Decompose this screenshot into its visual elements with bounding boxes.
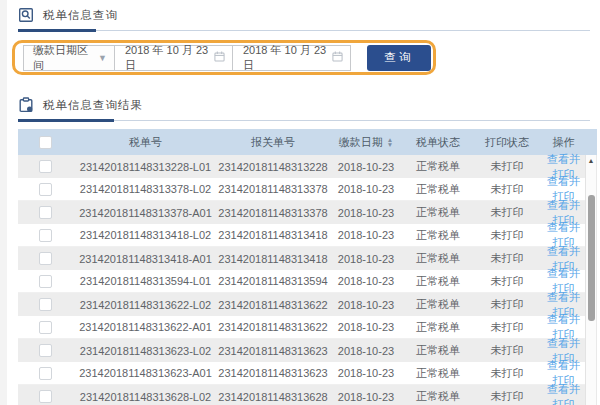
- row-status: 正常税单: [404, 159, 472, 174]
- table-row: 231420181148313418-A01 23142018114831341…: [18, 247, 597, 270]
- row-status: 正常税单: [404, 366, 472, 381]
- row-tax-no: 231420181148313623-L02: [73, 345, 218, 357]
- row-date: 2018-10-23: [328, 183, 404, 195]
- row-checkbox-cell: [18, 183, 73, 196]
- chevron-down-icon: ▼: [98, 53, 107, 63]
- search-bar-highlight: 缴款日期区间 ▼ 2018 年 10 月 23 日 2018 年 10 月 23…: [12, 40, 436, 75]
- row-date: 2018-10-23: [328, 367, 404, 379]
- header-checkbox-cell: [18, 136, 73, 149]
- date-type-select-value: 缴款日期区间: [33, 43, 98, 73]
- row-print-status: 未打印: [472, 205, 542, 220]
- table-row: 231420181148313623-L02 23142018114831362…: [18, 339, 597, 362]
- row-date: 2018-10-23: [328, 345, 404, 357]
- row-print-status: 未打印: [472, 389, 542, 404]
- query-section-title: 税单信息查询: [43, 8, 118, 23]
- row-checkbox[interactable]: [39, 344, 52, 357]
- column-header-print-status: 打印状态: [472, 135, 542, 150]
- row-date: 2018-10-23: [328, 253, 404, 265]
- row-tax-no: 231420181148313622-A01: [73, 321, 218, 333]
- row-checkbox[interactable]: [39, 390, 52, 403]
- row-decl-no: 231420181148313418: [218, 253, 328, 265]
- row-action-link[interactable]: 查看并打印: [547, 383, 580, 405]
- column-header-tax-no: 税单号: [73, 135, 218, 150]
- row-checkbox[interactable]: [39, 252, 52, 265]
- row-checkbox[interactable]: [39, 321, 52, 334]
- table-row: 231420181148313622-L02 23142018114831362…: [18, 293, 597, 316]
- row-date: 2018-10-23: [328, 207, 404, 219]
- query-section-divider: [18, 29, 590, 32]
- row-checkbox-cell: [18, 367, 73, 380]
- row-checkbox-cell: [18, 275, 73, 288]
- row-checkbox-cell: [18, 229, 73, 242]
- row-print-status: 未打印: [472, 320, 542, 335]
- row-decl-no: 231420181148313378: [218, 183, 328, 195]
- query-section-header: 税单信息查询: [18, 7, 597, 23]
- row-decl-no: 231420181148313623: [218, 345, 328, 357]
- row-status: 正常税单: [404, 205, 472, 220]
- row-decl-no: 231420181148313418: [218, 229, 328, 241]
- table-row: 231420181148313594-L01 23142018114831359…: [18, 270, 597, 293]
- table-header-row: 税单号 报关单号 缴款日期 ▲▼ 税单状态 打印状态 操作: [18, 129, 597, 155]
- row-checkbox[interactable]: [39, 206, 52, 219]
- date-to-value: 2018 年 10 月 23 日: [243, 43, 332, 73]
- results-section-divider: [18, 119, 590, 122]
- results-table: 税单号 报关单号 缴款日期 ▲▼ 税单状态 打印状态 操作 2314201811…: [18, 129, 597, 405]
- left-edge-strip: [0, 0, 7, 405]
- clipboard-icon: [18, 97, 34, 113]
- row-tax-no: 231420181148313378-A01: [73, 207, 218, 219]
- row-checkbox[interactable]: [39, 275, 52, 288]
- date-from-input[interactable]: 2018 年 10 月 23 日: [115, 45, 233, 71]
- scrollbar-thumb[interactable]: [588, 195, 595, 321]
- row-status: 正常税单: [404, 274, 472, 289]
- row-checkbox-cell: [18, 160, 73, 173]
- row-status: 正常税单: [404, 389, 472, 404]
- row-print-status: 未打印: [472, 297, 542, 312]
- row-checkbox[interactable]: [39, 229, 52, 242]
- date-to-input[interactable]: 2018 年 10 月 23 日: [233, 45, 351, 71]
- table-row: 231420181148313622-A01 23142018114831362…: [18, 316, 597, 339]
- query-button[interactable]: 查询: [367, 45, 431, 71]
- row-status: 正常税单: [404, 182, 472, 197]
- row-print-status: 未打印: [472, 343, 542, 358]
- row-status: 正常税单: [404, 320, 472, 335]
- row-status: 正常税单: [404, 228, 472, 243]
- row-date: 2018-10-23: [328, 299, 404, 311]
- column-header-date-label: 缴款日期: [339, 135, 383, 150]
- row-tax-no: 231420181148313594-L01: [73, 275, 218, 287]
- row-date: 2018-10-23: [328, 161, 404, 173]
- date-type-select[interactable]: 缴款日期区间 ▼: [23, 45, 115, 71]
- scrollbar-up-arrow[interactable]: ▲: [586, 155, 596, 167]
- row-decl-no: 231420181148313622: [218, 299, 328, 311]
- sort-icon[interactable]: ▲▼: [387, 137, 393, 147]
- table-row: 231420181148313628-L02 23142018114831362…: [18, 385, 597, 405]
- row-decl-no: 231420181148313623: [218, 367, 328, 379]
- row-date: 2018-10-23: [328, 229, 404, 241]
- row-date: 2018-10-23: [328, 391, 404, 403]
- column-header-date[interactable]: 缴款日期 ▲▼: [328, 135, 404, 150]
- row-tax-no: 231420181148313228-L01: [73, 161, 218, 173]
- row-checkbox[interactable]: [39, 298, 52, 311]
- row-tax-no: 231420181148313418-L02: [73, 229, 218, 241]
- row-print-status: 未打印: [472, 251, 542, 266]
- results-section-header: 税单信息查询结果: [18, 97, 597, 113]
- row-checkbox[interactable]: [39, 160, 52, 173]
- select-all-checkbox[interactable]: [39, 136, 52, 149]
- row-decl-no: 231420181148313628: [218, 391, 328, 403]
- row-print-status: 未打印: [472, 366, 542, 381]
- row-checkbox[interactable]: [39, 367, 52, 380]
- document-search-icon: [18, 7, 34, 23]
- calendar-icon[interactable]: [332, 51, 343, 64]
- row-checkbox-cell: [18, 344, 73, 357]
- date-from-value: 2018 年 10 月 23 日: [125, 43, 214, 73]
- row-decl-no: 231420181148313378: [218, 207, 328, 219]
- row-tax-no: 231420181148313622-L02: [73, 299, 218, 311]
- table-body: 231420181148313228-L01 23142018114831322…: [18, 155, 597, 405]
- row-tax-no: 231420181148313623-A01: [73, 367, 218, 379]
- table-scrollbar[interactable]: ▲: [585, 155, 597, 405]
- column-header-status: 税单状态: [404, 135, 472, 150]
- calendar-icon[interactable]: [214, 51, 225, 64]
- row-print-status: 未打印: [472, 159, 542, 174]
- row-print-status: 未打印: [472, 274, 542, 289]
- row-checkbox[interactable]: [39, 183, 52, 196]
- row-tax-no: 231420181148313418-A01: [73, 253, 218, 265]
